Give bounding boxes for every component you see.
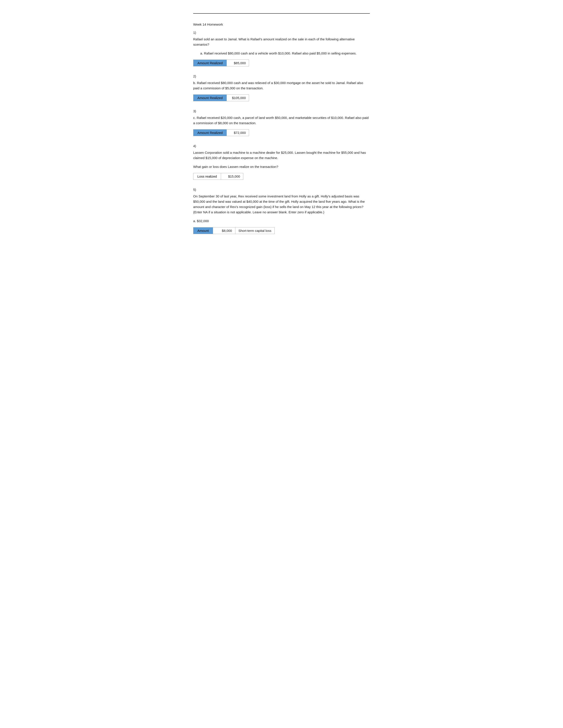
section-4: 4) Lassen Corporation sold a machine to … bbox=[193, 144, 370, 180]
section-2-question: b. Rafael received $80,000 cash and was … bbox=[193, 80, 370, 91]
section-1-answer-value[interactable]: $85,000 bbox=[227, 60, 249, 66]
section-1-answer-row: Amount Realized $85,000 bbox=[193, 60, 249, 66]
section-4-question: Lassen Corporation sold a machine to a m… bbox=[193, 150, 370, 161]
section-5-sublabel: a. $32,000 bbox=[193, 218, 370, 224]
section-2-number: 2) bbox=[193, 74, 370, 78]
section-5: 5) On September 30 of last year, Rex rec… bbox=[193, 188, 370, 234]
section-1-question: Rafael sold an asset to Jamal. What is R… bbox=[193, 37, 370, 47]
week-title: Week 14 Homework bbox=[193, 23, 370, 26]
section-2-answer-value[interactable]: $105,000 bbox=[227, 95, 249, 101]
section-3-answer-row: Amount Realized $72,000 bbox=[193, 129, 249, 136]
section-1-subitem: a. Rafael received $80,000 cash and a ve… bbox=[200, 51, 370, 56]
section-5-number: 5) bbox=[193, 188, 370, 191]
section-5-answer-value[interactable]: $8,000 bbox=[213, 227, 235, 234]
section-4-number: 4) bbox=[193, 144, 370, 148]
section-5-answer-row: Amount $8,000 Short-term capital loss bbox=[193, 227, 274, 234]
section-2: 2) b. Rafael received $80,000 cash and w… bbox=[193, 74, 370, 101]
section-2-answer-label: Amount Realized bbox=[193, 95, 227, 101]
section-3-answer-value[interactable]: $72,000 bbox=[227, 129, 249, 136]
section-4-answer-label: Loss realized bbox=[193, 173, 221, 180]
section-3-number: 3) bbox=[193, 109, 370, 113]
section-1-number: 1) bbox=[193, 31, 370, 34]
section-5-answer-extra: Short-term capital loss bbox=[235, 227, 274, 234]
section-3-question: c. Rafael received $20,000 cash, a parce… bbox=[193, 115, 370, 126]
section-4-answer-row: Loss realized $15,000 bbox=[193, 173, 243, 180]
section-3-answer-label: Amount Realized bbox=[193, 129, 227, 136]
top-rule bbox=[193, 13, 370, 14]
section-1: 1) Rafael sold an asset to Jamal. What i… bbox=[193, 31, 370, 66]
section-2-answer-row: Amount Realized $105,000 bbox=[193, 94, 249, 101]
section-1-answer-label: Amount Realized bbox=[193, 60, 227, 66]
section-5-question: On September 30 of last year, Rex receiv… bbox=[193, 194, 370, 215]
section-4-answer-value[interactable]: $15,000 bbox=[221, 173, 243, 180]
section-5-answer-label: Amount bbox=[193, 227, 213, 234]
section-3: 3) c. Rafael received $20,000 cash, a pa… bbox=[193, 109, 370, 136]
section-4-subtext: What gain or loss does Lassen realize on… bbox=[193, 164, 370, 169]
